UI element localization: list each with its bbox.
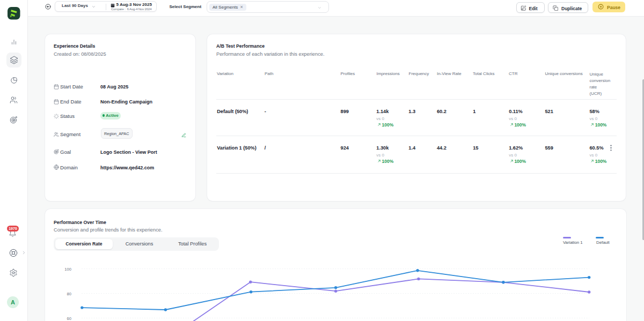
svg-text:80: 80 xyxy=(67,292,71,296)
svg-text:100: 100 xyxy=(64,267,71,272)
svg-text:60: 60 xyxy=(67,316,71,321)
